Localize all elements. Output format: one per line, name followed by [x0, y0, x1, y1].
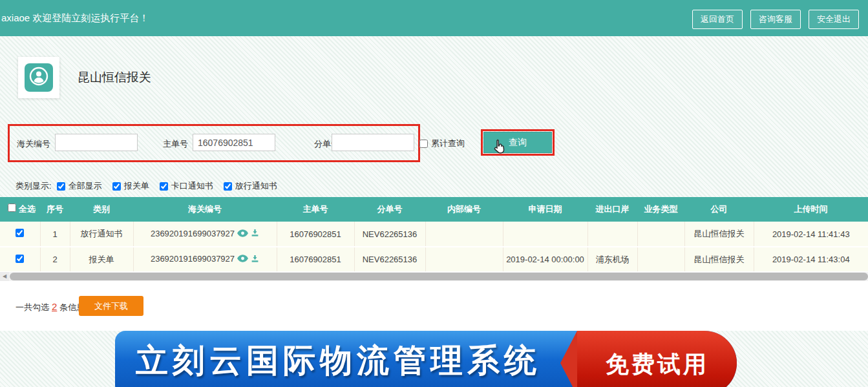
customs-no-text: 236920191699037927 — [151, 254, 235, 264]
cell-seq: 1 — [40, 222, 70, 247]
col-seq: 序号 — [40, 197, 70, 222]
col-master-bill: 主单号 — [277, 197, 354, 222]
cell-internal-no — [425, 222, 503, 247]
cell-apply-date: 2019-02-14 00:00:00 — [503, 247, 587, 272]
cell-master-bill: 16076902851 — [277, 247, 354, 272]
view-icon[interactable] — [237, 229, 248, 239]
col-internal-no: 内部编号 — [425, 197, 503, 222]
user-icon — [28, 65, 50, 90]
welcome-text: axiaoe 欢迎登陆立刻运执行平台！ — [1, 12, 149, 25]
topbar-buttons: 返回首页 咨询客服 安全退出 — [692, 10, 859, 29]
file-download-button[interactable]: 文件下载 — [79, 296, 143, 316]
cell-upload-time: 2019-02-14 11:43:04 — [754, 247, 868, 272]
table-row: 2 报关单 236920191699037927 16076902851 NEV… — [0, 247, 868, 272]
col-upload-time: 上传时间 — [754, 197, 868, 222]
filter-release-notice-checkbox[interactable] — [224, 182, 232, 191]
filter-option-all[interactable]: 全部显示 — [57, 180, 102, 192]
avatar — [25, 63, 53, 92]
banner-ribbon: 免费试用 — [577, 331, 737, 387]
row-select-checkbox[interactable] — [16, 255, 24, 263]
topbar: axiaoe 欢迎登陆立刻运执行平台！ 返回首页 咨询客服 安全退出 — [0, 0, 868, 36]
selected-info: 一共勾选2条信息 — [16, 301, 85, 313]
cell-biz-type — [637, 247, 684, 272]
logout-button[interactable]: 安全退出 — [809, 10, 859, 29]
selected-prefix: 一共勾选 — [16, 302, 49, 312]
cell-port: 浦东机场 — [587, 247, 637, 272]
cell-master-bill: 16076902851 — [277, 222, 354, 247]
scroll-left-arrow-icon[interactable]: ◀ — [0, 272, 9, 281]
filter-gate-notice-label: 卡口通知书 — [171, 180, 213, 192]
sub-bill-input[interactable] — [332, 134, 414, 151]
ad-banner: 立刻云国际物流管理系统 免费试用 — [115, 331, 737, 387]
free-trial-button[interactable]: 免费试用 — [606, 349, 709, 381]
cell-customs-no: 236920191699037927 — [133, 247, 277, 272]
category-filter-label: 类别显示: — [16, 180, 52, 192]
cell-port — [587, 222, 637, 247]
filter-all-checkbox[interactable] — [57, 182, 65, 191]
col-sub-bill: 分单号 — [354, 197, 425, 222]
page-title: 昆山恒信报关 — [78, 69, 151, 86]
query-button-annotation: 查询 — [481, 129, 555, 156]
cumulative-query-label: 累计查询 — [431, 138, 465, 149]
col-biz-type: 业务类型 — [637, 197, 684, 222]
download-icon[interactable] — [251, 255, 259, 265]
category-filter-row: 类别显示: 全部显示 报关单 卡口通知书 放行通知书 — [16, 180, 288, 192]
cell-upload-time: 2019-02-14 11:41:43 — [754, 222, 868, 247]
horizontal-scrollbar[interactable]: ◀ — [0, 272, 868, 281]
customs-no-input[interactable] — [55, 134, 138, 151]
customs-no-label: 海关编号 — [17, 138, 50, 150]
cell-apply-date — [503, 222, 587, 247]
scrollbar-thumb[interactable] — [10, 273, 868, 280]
cell-biz-type — [637, 222, 684, 247]
cell-internal-no — [425, 247, 503, 272]
support-button[interactable]: 咨询客服 — [750, 10, 801, 29]
cell-company: 昆山恒信报关 — [684, 222, 754, 247]
cell-category: 报关单 — [70, 247, 133, 272]
cumulative-query-option[interactable]: 累计查询 — [419, 138, 465, 149]
select-all-label: 全选 — [19, 204, 36, 214]
filter-gate-notice-checkbox[interactable] — [160, 182, 168, 191]
row-select-checkbox[interactable] — [16, 229, 24, 237]
master-bill-label: 主单号 — [163, 138, 188, 150]
filter-option-gate-notice[interactable]: 卡口通知书 — [160, 180, 213, 192]
filter-option-declaration[interactable]: 报关单 — [112, 180, 149, 192]
cell-customs-no: 236920191699037927 — [133, 222, 277, 247]
results-table: 全选 序号 类别 海关编号 主单号 分单号 内部编号 申请日期 进出口岸 业务类… — [0, 197, 868, 273]
filter-all-label: 全部显示 — [69, 180, 102, 192]
table-header-row: 全选 序号 类别 海关编号 主单号 分单号 内部编号 申请日期 进出口岸 业务类… — [0, 197, 868, 222]
filter-declaration-label: 报关单 — [124, 180, 149, 192]
table-row: 1 放行通知书 236920191699037927 16076902851 N… — [0, 222, 868, 247]
filter-declaration-checkbox[interactable] — [112, 182, 121, 191]
col-apply-date: 申请日期 — [503, 197, 587, 222]
cell-company: 昆山恒信报关 — [684, 247, 754, 272]
cell-sub-bill: NEV62265136 — [354, 247, 425, 272]
view-icon[interactable] — [237, 255, 248, 264]
filter-option-release-notice[interactable]: 放行通知书 — [224, 180, 277, 192]
col-company: 公司 — [684, 197, 754, 222]
selected-count: 2 — [52, 301, 57, 312]
page: axiaoe 欢迎登陆立刻运执行平台！ 返回首页 咨询客服 安全退出 昆山恒信报… — [0, 0, 868, 387]
cell-category: 放行通知书 — [70, 222, 133, 247]
query-button[interactable]: 查询 — [483, 132, 552, 153]
banner-title: 立刻云国际物流管理系统 — [136, 339, 541, 382]
download-icon[interactable] — [251, 229, 259, 239]
company-logo-card — [18, 57, 59, 98]
master-bill-input[interactable] — [193, 134, 275, 151]
col-customs-no: 海关编号 — [133, 197, 277, 222]
home-button[interactable]: 返回首页 — [692, 10, 743, 29]
col-port: 进出口岸 — [587, 197, 637, 222]
filter-release-notice-label: 放行通知书 — [235, 180, 277, 192]
cumulative-query-checkbox[interactable] — [419, 140, 428, 148]
footer: 一共勾选2条信息 文件下载 — [0, 281, 868, 331]
customs-no-text: 236920191699037927 — [151, 229, 235, 238]
col-category: 类别 — [70, 197, 133, 222]
cell-sub-bill: NEV62265136 — [354, 222, 425, 247]
cell-seq: 2 — [40, 247, 70, 272]
select-all-checkbox[interactable] — [8, 204, 16, 212]
